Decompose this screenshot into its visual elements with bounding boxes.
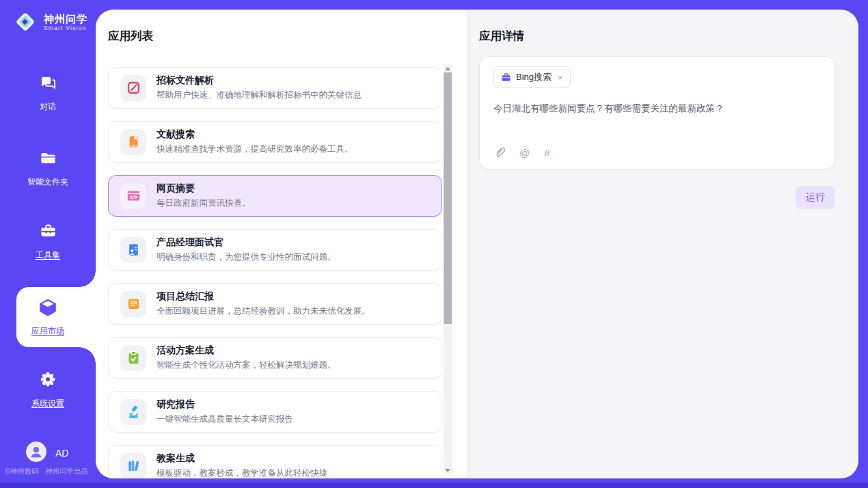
app-card-description: 帮助用户快速、准确地理解和解析招标书中的关键信息 xyxy=(157,90,362,101)
app-detail-panel: 应用详情 Bing搜索 × 今日湖北有哪些新闻要点？有哪些需要关注的最新政策？ … xyxy=(467,10,858,478)
input-toolbar: @ # xyxy=(493,146,550,159)
sidebar-item-system-settings[interactable]: 系统设置 xyxy=(0,370,96,409)
folder-icon xyxy=(39,149,57,170)
gear-icon xyxy=(38,370,57,392)
summary-note-icon xyxy=(120,291,146,317)
app-card-title: 活动方案生成 xyxy=(157,344,336,357)
sidebar-item-app-market[interactable]: 应用市场 xyxy=(16,287,79,347)
run-button[interactable]: 运行 xyxy=(796,186,835,209)
interviewer-icon xyxy=(120,237,146,263)
browser-code-icon xyxy=(120,183,146,209)
app-card-description: 每日政府新闻资讯快查。 xyxy=(157,198,251,209)
sidebar-item-label: 对话 xyxy=(40,101,56,113)
account-row[interactable]: AD xyxy=(26,442,68,464)
mention-icon[interactable]: @ xyxy=(519,147,530,159)
brand-name: 神州问学 xyxy=(44,13,87,25)
app-card-description: 一键智能生成高质量长文本研究报告 xyxy=(157,414,293,425)
app-card[interactable]: 活动方案生成 智能生成个性化活动方案，轻松解决规划难题。 xyxy=(108,337,442,379)
tool-tag-bing-search[interactable]: Bing搜索 × xyxy=(493,66,571,88)
toolbox-icon xyxy=(39,222,57,243)
app-card-title: 产品经理面试官 xyxy=(157,236,336,249)
app-card-description: 明确身份和职责，为您提供专业性的面试问题。 xyxy=(157,252,336,263)
sidebar-item-label: 工具集 xyxy=(36,249,60,261)
books-icon xyxy=(120,453,146,479)
account-label: AD xyxy=(55,448,68,459)
sidebar-item-label: 应用市场 xyxy=(31,325,64,337)
bottom-edge-bar xyxy=(0,483,868,488)
app-card-title: 文献搜索 xyxy=(157,128,353,141)
query-input-text[interactable]: 今日湖北有哪些新闻要点？有哪些需要关注的最新政策？ xyxy=(493,102,821,116)
app-card-title: 项目总结汇报 xyxy=(157,290,370,303)
attachment-icon[interactable] xyxy=(493,146,505,159)
sidebar-item-label: 智能文件夹 xyxy=(27,176,68,188)
clipboard-check-icon xyxy=(120,345,146,371)
app-card[interactable]: 网页摘要 每日政府新闻资讯快查。 xyxy=(108,175,442,217)
tool-tag-label: Bing搜索 xyxy=(516,71,552,83)
app-card-description: 快速精准查找学术资源，提高研究效率的必备工具。 xyxy=(157,144,353,155)
app-list-title: 应用列表 xyxy=(108,29,153,44)
app-input-card[interactable]: Bing搜索 × 今日湖北有哪些新闻要点？有哪些需要关注的最新政策？ @ # xyxy=(479,56,835,170)
app-card-title: 教案生成 xyxy=(157,452,327,465)
app-card[interactable]: 文献搜索 快速精准查找学术资源，提高研究效率的必备工具。 xyxy=(108,121,442,163)
brand-diamond-icon xyxy=(12,9,38,35)
briefcase-icon xyxy=(501,72,511,83)
app-list-panel: 应用列表 招标文件解析 帮助用户快速、准确地理解和解析招标书中的关键信息 文献搜… xyxy=(96,10,467,478)
cube-icon xyxy=(38,297,58,321)
app-list: 招标文件解析 帮助用户快速、准确地理解和解析招标书中的关键信息 文献搜索 快速精… xyxy=(108,67,442,478)
app-card[interactable]: 研究报告 一键智能生成高质量长文本研究报告 xyxy=(108,391,442,433)
app-card-description: 智能生成个性化活动方案，轻松解决规划难题。 xyxy=(157,360,336,371)
app-card[interactable]: 教案生成 模板驱动，教案秒成，教学准备从此轻松快捷 xyxy=(108,445,442,478)
user-avatar-icon xyxy=(26,442,46,464)
brand-subtitle: Smart Vision xyxy=(44,25,87,31)
app-card-title: 研究报告 xyxy=(157,398,293,411)
document-edit-icon xyxy=(120,75,146,101)
app-card[interactable]: 产品经理面试官 明确身份和职责，为您提供专业性的面试问题。 xyxy=(108,229,442,271)
sidebar-item-toolset[interactable]: 工具集 xyxy=(0,222,96,261)
app-card[interactable]: 招标文件解析 帮助用户快速、准确地理解和解析招标书中的关键信息 xyxy=(108,67,442,109)
chat-icon xyxy=(39,74,57,95)
app-detail-title: 应用详情 xyxy=(479,29,524,44)
sidebar-item-chat[interactable]: 对话 xyxy=(0,74,96,113)
sidebar: 神州问学 Smart Vision 对话 智能文件夹 工具集 应用市场 系统设置… xyxy=(0,0,96,483)
app-card-title: 招标文件解析 xyxy=(157,74,362,87)
scrollbar-thumb[interactable] xyxy=(444,72,452,324)
app-card-description: 模板驱动，教案秒成，教学准备从此轻松快捷 xyxy=(157,467,327,478)
sidebar-item-label: 系统设置 xyxy=(31,398,64,409)
book-icon xyxy=(120,129,146,155)
app-card[interactable]: 项目总结汇报 全面回顾项目进展，总结经验教训，助力未来优化发展。 xyxy=(108,283,442,325)
scroll-down-icon[interactable] xyxy=(444,466,452,474)
app-card-title: 网页摘要 xyxy=(157,182,251,195)
close-icon[interactable]: × xyxy=(558,73,563,82)
research-icon xyxy=(120,399,146,425)
app-list-scrollbar[interactable] xyxy=(444,64,452,474)
sidebar-item-app-market-active-tab: 应用市场 xyxy=(16,287,96,347)
app-window: { "brand": { "name": "神州问学", "subtitle":… xyxy=(0,0,868,488)
sidebar-item-smart-folders[interactable]: 智能文件夹 xyxy=(0,149,96,188)
brand-logo: 神州问学 Smart Vision xyxy=(12,9,87,35)
app-card-description: 全面回顾项目进展，总结经验教训，助力未来优化发展。 xyxy=(157,306,370,317)
hash-icon[interactable]: # xyxy=(544,147,550,159)
scroll-up-icon[interactable] xyxy=(444,64,452,72)
